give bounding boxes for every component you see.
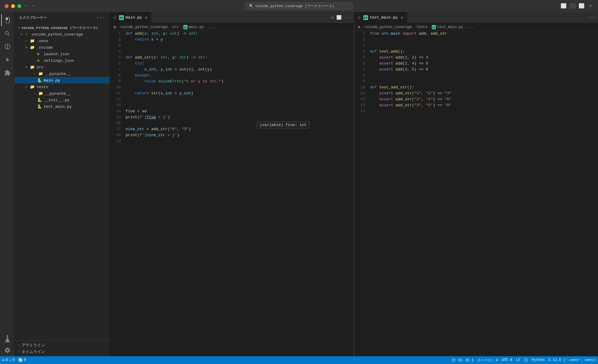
tree-item-pycache-src[interactable]: › 📁 __pycache__ bbox=[14, 70, 110, 77]
sidebar-toggle-icon[interactable]: ⬜ bbox=[561, 3, 566, 9]
file-icon: ⚙ bbox=[37, 58, 42, 63]
chevron-right-icon: › bbox=[32, 92, 37, 95]
breadcrumb-test-main-py[interactable]: test_main.py bbox=[437, 25, 463, 29]
code-line: 1 from src.main import add, add_str bbox=[354, 31, 598, 37]
code-lines-right: 1 from src.main import add, add_str 2 3 bbox=[354, 31, 598, 118]
status-line-ending[interactable]: LF bbox=[516, 358, 520, 363]
code-line: 8 except: bbox=[110, 73, 354, 79]
split-editor-icon[interactable]: ⬜ bbox=[336, 15, 341, 20]
editor-layout-icon[interactable]: ⬛ bbox=[570, 3, 575, 9]
breadcrumb-item[interactable]: ⚙ bbox=[114, 25, 116, 29]
tree-label: .venv bbox=[36, 39, 48, 43]
left-code-editor[interactable]: 1 def add(x: int, y: int) -> int: 2 retu… bbox=[110, 31, 354, 356]
code-line: 7 assert add(3, 5) == 8 bbox=[354, 67, 598, 73]
code-line: 2 return x + y bbox=[110, 37, 354, 43]
more-icon[interactable]: ⋯ bbox=[588, 3, 593, 9]
status-position[interactable]: 行 19、列 1 bbox=[452, 358, 474, 363]
activity-search[interactable] bbox=[1, 27, 13, 39]
breadcrumb-ellipsis[interactable]: ... bbox=[468, 25, 474, 29]
split-editor-icon[interactable]: ⬜ bbox=[579, 3, 584, 9]
activity-git[interactable] bbox=[1, 41, 13, 53]
breadcrumb-item[interactable]: ⚙ bbox=[358, 25, 360, 29]
tree-item-venv[interactable]: › 📁 .venv bbox=[14, 38, 110, 44]
activity-extensions[interactable] bbox=[1, 67, 13, 79]
workspace-root[interactable]: ▾ VSCODE_PYTHON_COVERAGE (ワークスペース) bbox=[14, 24, 110, 31]
tab-test-main-py[interactable]: py test_main.py ✕ bbox=[354, 12, 407, 23]
tree-label: vscode_python_coverage bbox=[32, 32, 83, 37]
code-line: 9 bbox=[354, 79, 598, 85]
breadcrumb-tests[interactable]: tests bbox=[417, 25, 427, 29]
more-actions-icon[interactable]: ··· bbox=[344, 15, 351, 20]
code-line: 13 bbox=[110, 103, 354, 109]
code-line: 15 print(f'{five = }') bbox=[110, 115, 354, 121]
sidebar-title: エクスプローラー bbox=[19, 16, 47, 20]
code-line: 10 def test_add_str(): bbox=[354, 85, 598, 91]
search-bar[interactable]: 🔍 vscode_python_coverage (ワークスペース) bbox=[245, 2, 353, 10]
nav-back-button[interactable]: ← bbox=[24, 3, 29, 9]
activity-run[interactable] bbox=[1, 54, 13, 66]
code-line: 1 def add(x: int, y: int) -> int: bbox=[110, 31, 354, 37]
activity-settings[interactable] bbox=[1, 344, 13, 356]
sidebar-timeline[interactable]: › タイムライン bbox=[14, 348, 110, 355]
tree-item-src[interactable]: ▾ 📁 src bbox=[14, 64, 110, 70]
tab-close-button[interactable]: ✕ bbox=[401, 15, 403, 20]
run-icon[interactable]: ▷ bbox=[332, 15, 334, 20]
nav-buttons: ← → bbox=[24, 3, 35, 9]
more-actions-icon[interactable]: ··· bbox=[588, 15, 596, 20]
tree-item-vscode-python-coverage[interactable]: ▾ ○ vscode_python_coverage bbox=[14, 31, 110, 38]
status-encoding[interactable]: UTF-8 bbox=[502, 358, 512, 363]
tree-item-tests[interactable]: ▾ 📁 tests bbox=[14, 84, 110, 90]
minimize-button[interactable] bbox=[11, 4, 15, 8]
status-remote[interactable]: 🔄 0 bbox=[18, 358, 26, 363]
remote-icon: 🔄 bbox=[18, 358, 23, 363]
tree-item-init-py[interactable]: 🐍 __init__.py bbox=[14, 97, 110, 103]
sidebar-outline[interactable]: › アウトライン bbox=[14, 342, 110, 348]
tree-label: test_main.py bbox=[44, 105, 72, 109]
tree-item-test-main-py[interactable]: 🐍 test_main.py bbox=[14, 103, 110, 110]
remote-count: 0 bbox=[24, 358, 26, 362]
code-line: 8 bbox=[354, 73, 598, 79]
status-version[interactable]: 3.12.6 ('.venv': venv) bbox=[548, 358, 596, 363]
tree-item-settings-json[interactable]: ⚙ settings.json bbox=[14, 57, 110, 64]
breadcrumb-main-py[interactable]: main.py bbox=[189, 25, 204, 29]
tab-main-py[interactable]: py main.py ✕ bbox=[110, 12, 151, 23]
tree-item-main-py[interactable]: 🐍 main.py bbox=[14, 77, 110, 84]
close-button[interactable] bbox=[5, 4, 9, 8]
maximize-button[interactable] bbox=[17, 4, 21, 8]
status-errors[interactable]: ⊗ 0 ⚠ 0 bbox=[2, 358, 15, 363]
saved-indicator bbox=[114, 16, 116, 19]
left-breadcrumb: ⚙ › vscode_python_coverage › src › py ma… bbox=[110, 23, 354, 31]
saved-indicator bbox=[358, 16, 360, 19]
titlebar-center: 🔍 vscode_python_coverage (ワークスペース) bbox=[245, 2, 353, 10]
chevron-right-icon: › bbox=[17, 344, 22, 347]
tree-item-launch-json[interactable]: ⚙ launch.json bbox=[14, 51, 110, 57]
code-line: 3 bbox=[354, 43, 598, 49]
spaces-text: スペース: 4 bbox=[477, 358, 498, 363]
code-line: 18 print(f'{nine_str = }') bbox=[110, 133, 354, 139]
nav-forward-button[interactable]: → bbox=[30, 3, 36, 9]
breadcrumb-ellipsis[interactable]: ... bbox=[208, 25, 215, 29]
sidebar-more-actions[interactable]: ··· bbox=[96, 15, 105, 20]
status-curly[interactable]: {} bbox=[524, 358, 528, 363]
code-line: 19 bbox=[110, 139, 354, 145]
breadcrumb-vscode[interactable]: vscode_python_coverage bbox=[364, 25, 412, 29]
activity-explorer[interactable] bbox=[1, 14, 13, 26]
timeline-label: タイムライン bbox=[22, 349, 45, 354]
right-code-editor[interactable]: 1 from src.main import add, add_str 2 3 bbox=[354, 31, 598, 356]
breadcrumb-vscode[interactable]: vscode_python_coverage bbox=[120, 25, 167, 29]
tree-label: __pycache__ bbox=[45, 72, 71, 76]
tree-item-vscode[interactable]: ▾ 📁 .vscode bbox=[14, 44, 110, 51]
collapse-icon: ▾ bbox=[17, 26, 22, 30]
split-tabs: py main.py ✕ ▷ ⬜ ··· py test_mai bbox=[110, 12, 598, 23]
tab-close-button[interactable]: ✕ bbox=[145, 15, 147, 20]
editor-area: py main.py ✕ ▷ ⬜ ··· py test_mai bbox=[110, 12, 598, 356]
code-line: 13 assert add_str("3", "5") == "8" bbox=[354, 103, 598, 109]
status-spaces[interactable]: スペース: 4 bbox=[477, 358, 498, 363]
sidebar-header: エクスプローラー ··· bbox=[14, 12, 110, 23]
editors-container: ⚙ › vscode_python_coverage › src › py ma… bbox=[110, 23, 598, 356]
right-breadcrumb: ⚙ › vscode_python_coverage › tests › py … bbox=[354, 23, 598, 31]
breadcrumb-src[interactable]: src bbox=[172, 25, 179, 29]
tree-label: main.py bbox=[44, 78, 60, 83]
tree-item-pycache-tests[interactable]: › 📁 __pycache__ bbox=[14, 90, 110, 97]
status-language[interactable]: Python bbox=[532, 358, 544, 363]
